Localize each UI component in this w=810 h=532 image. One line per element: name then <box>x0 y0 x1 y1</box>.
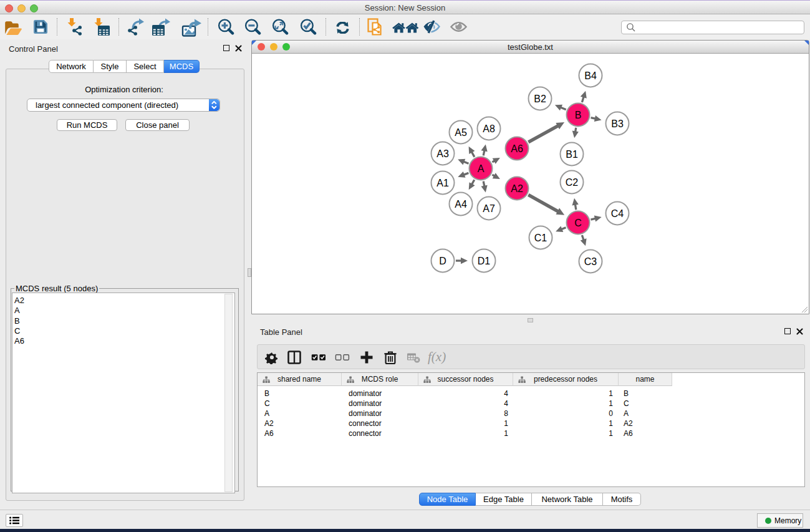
svg-text:D1: D1 <box>478 256 491 266</box>
svg-text:A7: A7 <box>483 203 495 214</box>
svg-text:B: B <box>575 110 582 120</box>
svg-text:A4: A4 <box>455 199 467 210</box>
svg-text:B3: B3 <box>611 118 624 129</box>
svg-text:A2: A2 <box>511 183 523 194</box>
svg-text:B4: B4 <box>584 70 597 81</box>
svg-text:D: D <box>439 256 446 266</box>
svg-text:C3: C3 <box>584 256 597 267</box>
svg-text:C: C <box>574 218 582 228</box>
svg-text:A3: A3 <box>436 148 449 159</box>
svg-text:C1: C1 <box>534 233 547 243</box>
svg-text:C2: C2 <box>566 177 579 188</box>
svg-text:C4: C4 <box>611 208 624 219</box>
svg-text:A8: A8 <box>483 123 495 134</box>
svg-text:B2: B2 <box>534 94 546 104</box>
svg-text:A5: A5 <box>455 127 467 138</box>
svg-text:A1: A1 <box>436 178 449 188</box>
svg-text:A6: A6 <box>511 143 523 154</box>
svg-text:B1: B1 <box>566 149 578 160</box>
svg-text:A: A <box>478 163 485 174</box>
